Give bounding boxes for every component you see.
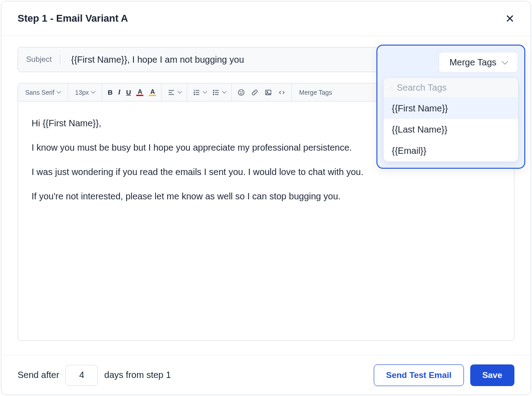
save-label: Save [482, 370, 502, 380]
save-button[interactable]: Save [470, 364, 514, 386]
send-after-label: Send after [18, 370, 59, 380]
send-test-email-button[interactable]: Send Test Email [374, 364, 463, 386]
merge-tags-trigger[interactable]: Merge Tags [439, 52, 518, 73]
body-paragraph: If you're not interested, please let me … [32, 190, 500, 203]
merge-tag-option[interactable]: {{Last Name}} [384, 119, 518, 140]
chevron-down-icon [178, 89, 182, 94]
highlight-button[interactable]: A [146, 85, 159, 100]
svg-point-4 [240, 91, 241, 92]
image-button[interactable] [261, 85, 275, 100]
svg-point-2 [213, 94, 214, 95]
ordered-list-icon [193, 88, 201, 97]
chevron-down-icon [203, 89, 207, 94]
svg-point-8 [391, 87, 392, 88]
close-button[interactable] [502, 10, 518, 27]
subject-label: Subject [26, 54, 60, 65]
merge-tags-panel: Merge Tags {{First Name}} {{Last Name}} … [376, 45, 525, 169]
link-button[interactable] [248, 85, 261, 100]
text-color-icon: A [136, 88, 143, 96]
modal-title: Step 1 - Email Variant A [18, 13, 128, 24]
underline-button[interactable]: U [124, 85, 134, 100]
align-button[interactable] [165, 85, 184, 100]
modal-footer: Send after days from step 1 Send Test Em… [1, 355, 531, 395]
image-icon [264, 88, 272, 97]
emoji-button[interactable] [234, 85, 248, 100]
font-family-value: Sans Serif [25, 89, 55, 96]
svg-point-5 [242, 91, 243, 92]
italic-button[interactable]: I [115, 85, 124, 100]
ordered-list-button[interactable] [190, 85, 209, 100]
code-button[interactable] [275, 85, 289, 100]
send-after-days-input[interactable] [65, 365, 98, 386]
merge-tags-trigger-label: Merge Tags [449, 57, 496, 68]
email-variant-modal: Step 1 - Email Variant A Subject Sans Se… [1, 1, 531, 395]
search-icon [391, 83, 392, 92]
emoji-icon [237, 88, 245, 97]
link-icon [251, 88, 259, 97]
highlight-icon: A [149, 88, 156, 96]
days-from-step-label: days from step 1 [104, 370, 171, 380]
font-size-value: 13px [75, 89, 89, 96]
merge-tag-option[interactable]: {{First Name}} [384, 98, 518, 119]
merge-tag-option[interactable]: {{Email}} [384, 140, 518, 161]
svg-point-1 [213, 92, 214, 93]
merge-tags-search-input[interactable] [397, 83, 511, 93]
close-icon [505, 14, 515, 23]
send-test-email-label: Send Test Email [386, 370, 451, 380]
chevron-down-icon [56, 89, 61, 94]
bold-button[interactable]: B [105, 85, 115, 100]
align-left-icon [167, 88, 175, 97]
chevron-down-icon [91, 89, 96, 94]
chevron-down-icon [502, 58, 508, 64]
merge-tags-search-row [384, 78, 518, 98]
text-color-button[interactable]: A [133, 85, 146, 100]
unordered-list-button[interactable] [209, 85, 229, 100]
merge-tags-list: {{First Name}} {{Last Name}} {{Email}} [384, 78, 518, 161]
font-family-select[interactable]: Sans Serif [21, 85, 65, 100]
chevron-down-icon [222, 89, 227, 94]
modal-header: Step 1 - Email Variant A [1, 1, 531, 36]
unordered-list-icon [212, 88, 220, 97]
code-icon [278, 88, 286, 97]
svg-point-7 [267, 91, 268, 92]
toolbar-merge-tags-label: Merge Tags [299, 89, 332, 96]
svg-point-0 [213, 90, 214, 91]
font-size-select[interactable]: 13px [71, 85, 99, 100]
svg-point-3 [238, 89, 244, 95]
toolbar-merge-tags-button[interactable]: Merge Tags [294, 85, 336, 100]
